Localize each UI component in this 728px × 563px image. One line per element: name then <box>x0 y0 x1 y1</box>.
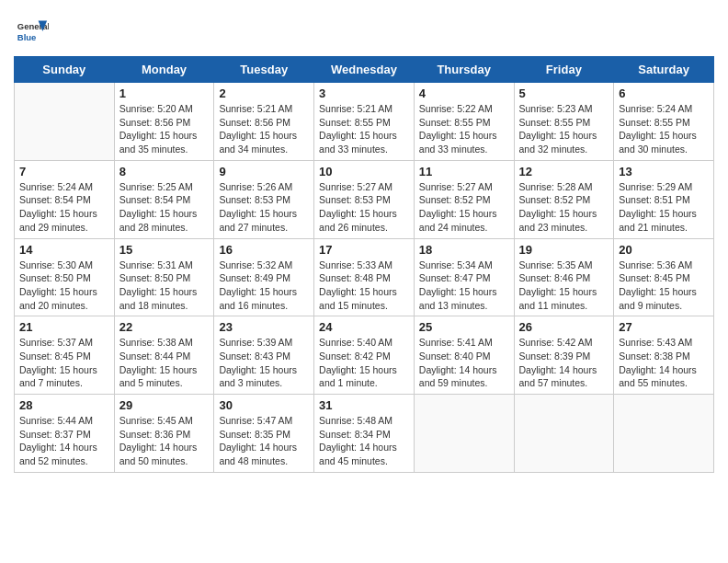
page: General Blue SundayMondayTuesdayWednesda… <box>0 0 728 563</box>
week-row-5: 28Sunrise: 5:44 AMSunset: 8:37 PMDayligh… <box>15 395 714 473</box>
day-number: 19 <box>519 243 609 257</box>
day-cell: 24Sunrise: 5:40 AMSunset: 8:42 PMDayligh… <box>314 316 415 395</box>
day-info: Sunrise: 5:26 AMSunset: 8:53 PMDaylight:… <box>219 180 309 235</box>
day-info: Sunrise: 5:25 AMSunset: 8:54 PMDaylight:… <box>119 180 210 235</box>
day-cell: 20Sunrise: 5:36 AMSunset: 8:45 PMDayligh… <box>614 238 714 316</box>
day-cell: 30Sunrise: 5:47 AMSunset: 8:35 PMDayligh… <box>214 395 314 473</box>
day-number: 30 <box>219 398 309 412</box>
day-cell: 7Sunrise: 5:24 AMSunset: 8:54 PMDaylight… <box>15 160 115 238</box>
day-cell: 27Sunrise: 5:43 AMSunset: 8:38 PMDayligh… <box>614 316 714 395</box>
weekday-header-friday: Friday <box>514 57 614 83</box>
day-cell: 18Sunrise: 5:34 AMSunset: 8:47 PMDayligh… <box>414 238 514 316</box>
day-info: Sunrise: 5:33 AMSunset: 8:48 PMDaylight:… <box>319 259 409 313</box>
day-info: Sunrise: 5:20 AMSunset: 8:56 PMDaylight:… <box>119 102 210 156</box>
day-number: 8 <box>119 165 210 178</box>
day-info: Sunrise: 5:41 AMSunset: 8:40 PMDaylight:… <box>419 336 509 390</box>
day-cell: 25Sunrise: 5:41 AMSunset: 8:40 PMDayligh… <box>414 316 514 395</box>
day-number: 13 <box>619 165 709 178</box>
day-info: Sunrise: 5:23 AMSunset: 8:55 PMDaylight:… <box>519 102 609 156</box>
day-info: Sunrise: 5:39 AMSunset: 8:43 PMDaylight:… <box>219 336 309 390</box>
logo: General Blue <box>14 14 52 49</box>
day-cell: 12Sunrise: 5:28 AMSunset: 8:52 PMDayligh… <box>514 160 614 238</box>
day-number: 17 <box>319 243 409 257</box>
day-cell: 9Sunrise: 5:26 AMSunset: 8:53 PMDaylight… <box>214 160 314 238</box>
day-cell: 13Sunrise: 5:29 AMSunset: 8:51 PMDayligh… <box>614 160 714 238</box>
day-number: 3 <box>319 86 409 100</box>
calendar: SundayMondayTuesdayWednesdayThursdayFrid… <box>14 56 714 473</box>
day-number: 6 <box>619 86 709 100</box>
day-info: Sunrise: 5:31 AMSunset: 8:50 PMDaylight:… <box>119 259 210 313</box>
week-row-1: 1Sunrise: 5:20 AMSunset: 8:56 PMDaylight… <box>15 83 714 161</box>
day-info: Sunrise: 5:44 AMSunset: 8:37 PMDaylight:… <box>19 414 109 468</box>
day-info: Sunrise: 5:24 AMSunset: 8:55 PMDaylight:… <box>619 102 709 156</box>
day-number: 20 <box>619 243 709 257</box>
day-info: Sunrise: 5:21 AMSunset: 8:56 PMDaylight:… <box>219 102 309 156</box>
logo-icon: General Blue <box>14 14 49 49</box>
day-info: Sunrise: 5:32 AMSunset: 8:49 PMDaylight:… <box>219 259 309 313</box>
day-cell: 11Sunrise: 5:27 AMSunset: 8:52 PMDayligh… <box>414 160 514 238</box>
day-cell: 3Sunrise: 5:21 AMSunset: 8:55 PMDaylight… <box>314 83 415 161</box>
day-cell: 4Sunrise: 5:22 AMSunset: 8:55 PMDaylight… <box>414 83 514 161</box>
day-cell: 5Sunrise: 5:23 AMSunset: 8:55 PMDaylight… <box>514 83 614 161</box>
day-cell: 31Sunrise: 5:48 AMSunset: 8:34 PMDayligh… <box>314 395 415 473</box>
day-cell: 6Sunrise: 5:24 AMSunset: 8:55 PMDaylight… <box>614 83 714 161</box>
day-info: Sunrise: 5:34 AMSunset: 8:47 PMDaylight:… <box>419 259 509 313</box>
weekday-header-tuesday: Tuesday <box>214 57 314 83</box>
day-number: 5 <box>519 86 609 100</box>
day-info: Sunrise: 5:24 AMSunset: 8:54 PMDaylight:… <box>19 180 109 235</box>
day-cell: 28Sunrise: 5:44 AMSunset: 8:37 PMDayligh… <box>15 395 115 473</box>
day-cell: 2Sunrise: 5:21 AMSunset: 8:56 PMDaylight… <box>214 83 314 161</box>
day-info: Sunrise: 5:27 AMSunset: 8:52 PMDaylight:… <box>419 180 509 235</box>
day-number: 21 <box>19 320 109 334</box>
day-number: 7 <box>19 165 109 178</box>
day-info: Sunrise: 5:21 AMSunset: 8:55 PMDaylight:… <box>319 102 409 156</box>
day-cell: 29Sunrise: 5:45 AMSunset: 8:36 PMDayligh… <box>114 395 214 473</box>
day-number: 12 <box>519 165 609 178</box>
day-cell: 10Sunrise: 5:27 AMSunset: 8:53 PMDayligh… <box>314 160 415 238</box>
day-number: 27 <box>619 320 709 334</box>
day-cell: 8Sunrise: 5:25 AMSunset: 8:54 PMDaylight… <box>114 160 214 238</box>
day-info: Sunrise: 5:48 AMSunset: 8:34 PMDaylight:… <box>319 414 409 468</box>
day-info: Sunrise: 5:47 AMSunset: 8:35 PMDaylight:… <box>219 414 309 468</box>
day-cell <box>414 395 514 473</box>
day-cell: 15Sunrise: 5:31 AMSunset: 8:50 PMDayligh… <box>114 238 214 316</box>
day-cell <box>15 83 115 161</box>
day-cell: 14Sunrise: 5:30 AMSunset: 8:50 PMDayligh… <box>15 238 115 316</box>
day-info: Sunrise: 5:30 AMSunset: 8:50 PMDaylight:… <box>19 259 109 313</box>
week-row-2: 7Sunrise: 5:24 AMSunset: 8:54 PMDaylight… <box>15 160 714 238</box>
weekday-header-monday: Monday <box>114 57 214 83</box>
day-info: Sunrise: 5:38 AMSunset: 8:44 PMDaylight:… <box>119 336 210 390</box>
day-cell: 22Sunrise: 5:38 AMSunset: 8:44 PMDayligh… <box>114 316 214 395</box>
day-number: 29 <box>119 398 210 412</box>
day-number: 4 <box>419 86 509 100</box>
day-number: 31 <box>319 398 409 412</box>
day-number: 11 <box>419 165 509 178</box>
day-cell: 21Sunrise: 5:37 AMSunset: 8:45 PMDayligh… <box>15 316 115 395</box>
day-number: 18 <box>419 243 509 257</box>
day-cell: 23Sunrise: 5:39 AMSunset: 8:43 PMDayligh… <box>214 316 314 395</box>
day-cell: 1Sunrise: 5:20 AMSunset: 8:56 PMDaylight… <box>114 83 214 161</box>
day-number: 28 <box>19 398 109 412</box>
day-number: 9 <box>219 165 309 178</box>
day-number: 14 <box>19 243 109 257</box>
day-number: 1 <box>119 86 210 100</box>
day-info: Sunrise: 5:40 AMSunset: 8:42 PMDaylight:… <box>319 336 409 390</box>
day-info: Sunrise: 5:35 AMSunset: 8:46 PMDaylight:… <box>519 259 609 313</box>
weekday-header-thursday: Thursday <box>414 57 514 83</box>
weekday-header-row: SundayMondayTuesdayWednesdayThursdayFrid… <box>15 57 714 83</box>
day-cell: 26Sunrise: 5:42 AMSunset: 8:39 PMDayligh… <box>514 316 614 395</box>
header: General Blue <box>14 9 714 49</box>
weekday-header-wednesday: Wednesday <box>314 57 415 83</box>
day-number: 26 <box>519 320 609 334</box>
day-cell <box>514 395 614 473</box>
day-number: 15 <box>119 243 210 257</box>
day-number: 2 <box>219 86 309 100</box>
weekday-header-sunday: Sunday <box>15 57 115 83</box>
day-number: 24 <box>319 320 409 334</box>
day-info: Sunrise: 5:45 AMSunset: 8:36 PMDaylight:… <box>119 414 210 468</box>
day-info: Sunrise: 5:27 AMSunset: 8:53 PMDaylight:… <box>319 180 409 235</box>
svg-text:Blue: Blue <box>17 32 37 42</box>
day-number: 22 <box>119 320 210 334</box>
day-cell: 19Sunrise: 5:35 AMSunset: 8:46 PMDayligh… <box>514 238 614 316</box>
day-number: 25 <box>419 320 509 334</box>
